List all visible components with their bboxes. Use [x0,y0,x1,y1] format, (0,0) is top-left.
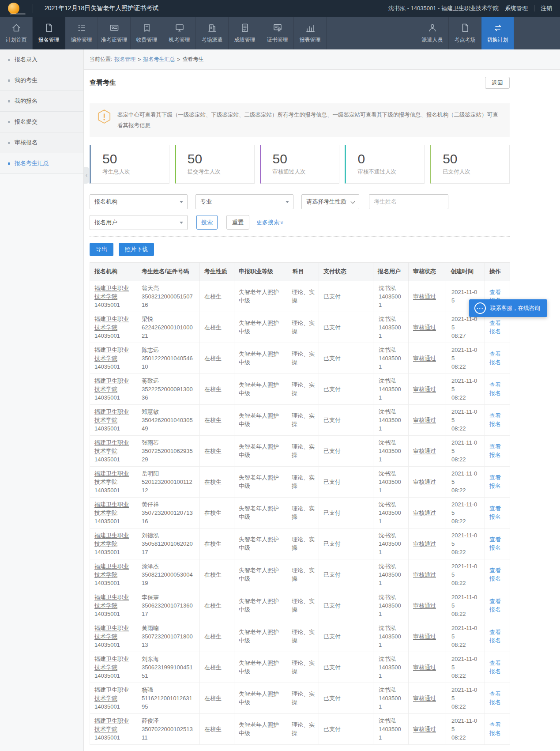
nav-item-arrangement[interactable]: 编排管理 [65,17,98,49]
action-cell: 查看报名 [485,652,510,683]
audit-status-link[interactable]: 审核通过 [413,664,436,671]
sidebar-item-reg-summary[interactable]: 报名考生汇总 [0,153,83,174]
view-registration-link[interactable]: 查看报名 [489,452,501,458]
view-registration-link[interactable]: 查看报名 [489,328,501,335]
audit-cell: 审核通过 [409,466,446,497]
candidate-nature-select[interactable]: 请选择考生性质 [301,194,359,209]
major-select[interactable]: 专业 [195,194,293,209]
chat-widget[interactable]: ··· 联系客服，在线咨询 [469,299,547,317]
nav-item-admission-ticket[interactable]: 准考证管理 [98,17,131,49]
view-registration-link[interactable]: 查看报名 [489,699,501,706]
stat-label: 审核通过人次 [273,168,339,176]
nav-item-plan-home[interactable]: 计划首页 [0,17,33,49]
audit-status-link[interactable]: 审核通过 [413,726,436,732]
subject-cell: 理论、实操 [288,713,319,744]
nav-item-label: 派遣人员 [422,36,443,44]
filter-panel: 报名机构 专业 请选择考生性质 报名用户 搜索 重置 更多搜索 » [90,194,510,230]
sidebar-collapse-handle[interactable]: ‹ [84,167,89,184]
candidate-name-input[interactable] [369,194,448,209]
org-select[interactable]: 报名机构 [90,194,188,209]
export-button[interactable]: 导出 [90,243,113,256]
reg-user-code: 14035001 [379,725,403,742]
reg-user-cell: 沈书泓14035001 [373,312,409,343]
audit-status-link[interactable]: 审核通过 [413,417,436,423]
sidebar-item-label: 报名考生汇总 [15,159,49,167]
nav-item-fee[interactable]: 收费管理 [131,17,163,49]
audit-status-link[interactable]: 审核通过 [413,448,436,454]
nature-cell: 在校生 [200,683,234,713]
view-registration-link[interactable]: 查看报名 [489,513,501,520]
view-registration-link[interactable]: 查看报名 [489,668,501,675]
view-registration-link[interactable]: 查看报名 [489,421,501,427]
audit-status-link[interactable]: 审核通过 [413,386,436,392]
breadcrumb-link-registration[interactable]: 报名管理 [114,56,135,63]
nav-item-report[interactable]: 报表管理 [294,17,327,49]
audit-status-link[interactable]: 审核通过 [413,355,436,362]
sidebar-item-audit-reg[interactable]: 审核报名 [0,132,83,153]
more-search-link[interactable]: 更多搜索 » [256,219,284,226]
created-clock: 08:22 [451,486,479,494]
action-cell: 查看报名 [485,528,510,559]
view-registration-link[interactable]: 查看报名 [489,575,501,582]
org-name-link: 福建卫生职业技术学院 [94,438,132,455]
subject-cell: 理论、实操 [288,343,319,374]
audit-status-link[interactable]: 审核通过 [413,479,436,485]
nav-item-exam-site[interactable]: 考点考场 [449,17,481,49]
view-registration-link[interactable]: 查看报名 [489,359,501,366]
plan-home-icon [11,23,22,33]
created-date: 2021-11-05 [451,438,479,455]
org-name-link: 福建卫生职业技术学院 [94,408,132,424]
column-header: 报名机构 [90,262,137,281]
org-name-link: 福建卫生职业技术学院 [94,562,132,579]
logout-link[interactable]: 注销 [541,4,552,12]
breadcrumb-separator: > [177,57,180,63]
nature-cell: 在校生 [200,281,234,312]
view-registration-link[interactable]: 查看报名 [489,483,501,489]
audit-status-link[interactable]: 审核通过 [413,602,436,609]
table-row: 福建卫生职业技术学院14035001刘德泓350581200106202017在… [90,528,510,559]
view-registration-link[interactable]: 查看报名 [489,730,501,736]
computer-exam-icon [174,23,185,33]
stat-card-2: 50审核通过人次 [260,145,340,184]
org-name-link: 福建卫生职业技术学院 [94,315,132,332]
view-registration-link[interactable]: 查看报名 [489,637,501,644]
nav-item-dispatch-personnel[interactable]: 派遣人员 [416,17,449,49]
nature-cell: 在校生 [200,404,234,435]
audit-status-link[interactable]: 审核通过 [413,540,436,547]
nature-cell: 在校生 [200,713,234,744]
nav-item-venue-dispatch[interactable]: 考场派遣 [196,17,229,49]
reset-button[interactable]: 重置 [226,215,249,230]
action-cell: 查看报名 [485,621,510,652]
nav-item-certificate[interactable]: 证书管理 [261,17,294,49]
photo-download-button[interactable]: 照片下载 [119,243,154,256]
system-admin-link[interactable]: 系统管理 [505,4,528,12]
sidebar-item-my-registrations[interactable]: 我的报名 [0,91,83,112]
candidate-cell: 李保霖350623200107136017 [137,590,200,621]
view-registration-link[interactable]: 查看报名 [489,544,501,551]
audit-status-link[interactable]: 审核通过 [413,571,436,578]
view-registration-link[interactable]: 查看报名 [489,390,501,396]
reg-user-code: 14035001 [379,478,403,494]
sidebar-item-my-candidates[interactable]: 我的考生 [0,70,83,91]
nature-cell: 在校生 [200,559,234,590]
audit-status-link[interactable]: 审核通过 [413,324,436,331]
nav-item-switch-plan[interactable]: 切换计划 [481,17,514,49]
audit-status-link[interactable]: 审核通过 [413,293,436,300]
org-cell: 福建卫生职业技术学院14035001 [90,528,137,559]
org-cell: 福建卫生职业技术学院14035001 [90,497,137,528]
audit-status-link[interactable]: 审核通过 [413,695,436,702]
audit-status-link[interactable]: 审核通过 [413,509,436,516]
back-button[interactable]: 返回 [485,77,510,89]
audit-status-link[interactable]: 审核通过 [413,633,436,640]
view-registration-link[interactable]: 查看报名 [489,606,501,613]
sidebar-item-reg-entry[interactable]: 报名录入 [0,49,83,70]
nav-item-registration[interactable]: 报名管理 [33,17,65,49]
nature-cell: 在校生 [200,590,234,621]
bullet-icon [8,79,10,82]
sidebar-item-reg-submit[interactable]: 报名提交 [0,112,83,132]
breadcrumb-link-summary[interactable]: 报名考生汇总 [143,56,175,63]
reg-user-select[interactable]: 报名用户 [90,215,188,230]
nav-item-score[interactable]: 成绩管理 [229,17,261,49]
nav-item-computer-exam[interactable]: 机考管理 [163,17,196,49]
search-button[interactable]: 搜索 [196,215,218,230]
